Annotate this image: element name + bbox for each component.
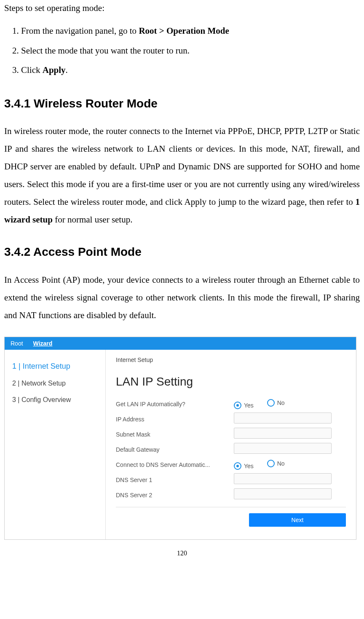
step-3-post: .: [66, 65, 68, 75]
p341-b: for normal user setup.: [53, 214, 133, 225]
paragraph-342: In Access Point (AP) mode, your device c…: [4, 271, 360, 324]
row-dns1: DNS Server 1: [116, 472, 346, 488]
wizard-screenshot: Root Wizard 1 | Internet Setup 2 | Netwo…: [4, 337, 356, 540]
lbl-subnet-mask: Subnet Mask: [116, 430, 234, 439]
steps-list: From the navigation panel, go to Root > …: [4, 21, 360, 80]
page-number: 120: [4, 548, 360, 558]
lbl-dns1: DNS Server 1: [116, 476, 234, 484]
panel-title: LAN IP Setting: [116, 373, 346, 391]
step-3-pre: Click: [21, 65, 43, 75]
lbl-default-gateway: Default Gateway: [116, 445, 234, 454]
crumb-wizard[interactable]: Wizard: [33, 339, 53, 348]
wizard-main: Internet Setup LAN IP Setting Get LAN IP…: [106, 350, 356, 539]
input-default-gateway[interactable]: [234, 443, 332, 454]
radio-yes-label: Yes: [244, 401, 254, 410]
wizard-sidebar: 1 | Internet Setup 2 | Network Setup 3 |…: [5, 350, 106, 539]
radio-dot-icon: [234, 462, 241, 470]
radio-yes-label: Yes: [244, 462, 254, 470]
paragraph-341: In wireless router mode, the router conn…: [4, 122, 360, 228]
radio-dns-yes[interactable]: Yes: [234, 462, 254, 470]
row-dns2: DNS Server 2: [116, 488, 346, 503]
step-3: Click Apply.: [21, 60, 360, 80]
breadcrumb-bar: Root Wizard: [5, 337, 356, 350]
radio-no-label: No: [277, 459, 285, 468]
heading-341: 3.4.1 Wireless Router Mode: [4, 95, 360, 113]
p341-a: In wireless router mode, the router conn…: [4, 126, 360, 207]
row-subnet-mask: Subnet Mask: [116, 427, 346, 442]
step-2-pre: Select the mode that you want the router…: [21, 46, 190, 56]
input-dns1[interactable]: [234, 473, 332, 484]
heading-342: 3.4.2 Access Point Mode: [4, 244, 360, 261]
step-2: Select the mode that you want the router…: [21, 41, 360, 60]
radio-no-label: No: [277, 399, 285, 407]
radio-dns-no[interactable]: No: [267, 459, 285, 468]
row-ip-address: IP Address: [116, 412, 346, 427]
divider: [116, 507, 346, 507]
row-default-gateway: Default Gateway: [116, 442, 346, 457]
crumb-root[interactable]: Root: [11, 339, 23, 348]
sidebar-step-2[interactable]: 2 | Network Setup: [12, 375, 98, 391]
step-3-bold: Apply: [43, 65, 66, 75]
input-ip-address[interactable]: [234, 413, 332, 423]
sidebar-step-1[interactable]: 1 | Internet Setup: [12, 357, 98, 375]
row-get-lan-ip: Get LAN IP Automatically? Yes No: [116, 397, 346, 412]
tab-internet-setup: Internet Setup: [116, 354, 346, 368]
intro-text: Steps to set operating mode:: [4, 2, 360, 14]
radio-dot-icon: [234, 402, 241, 409]
step-1: From the navigation panel, go to Root > …: [21, 21, 360, 40]
sidebar-step-3[interactable]: 3 | Config Overview: [12, 391, 98, 408]
input-subnet-mask[interactable]: [234, 428, 332, 439]
lbl-dns-auto: Connect to DNS Server Automatic...: [116, 461, 234, 469]
step-1-bold: Root > Operation Mode: [139, 26, 229, 36]
lbl-ip-address: IP Address: [116, 415, 234, 423]
radio-dot-icon: [267, 460, 275, 467]
row-dns-auto: Connect to DNS Server Automatic... Yes N…: [116, 457, 346, 472]
radio-lanip-yes[interactable]: Yes: [234, 401, 254, 410]
lbl-get-lan-ip: Get LAN IP Automatically?: [116, 400, 234, 408]
lbl-dns2: DNS Server 2: [116, 491, 234, 499]
next-button[interactable]: Next: [249, 513, 346, 527]
radio-lanip-no[interactable]: No: [267, 399, 285, 407]
step-1-pre: From the navigation panel, go to: [21, 26, 139, 36]
radio-dot-icon: [267, 399, 275, 407]
input-dns2[interactable]: [234, 488, 332, 499]
